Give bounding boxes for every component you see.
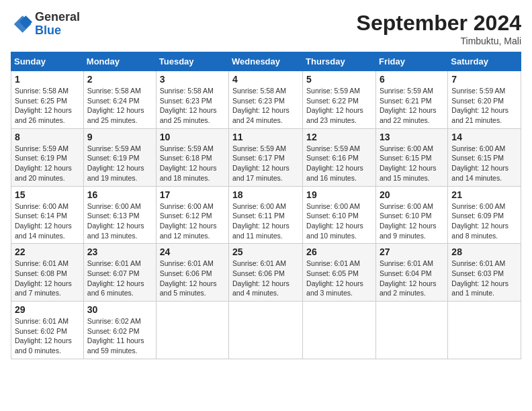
day-info: Sunrise: 5:58 AM Sunset: 6:24 PM Dayligh… [87,86,152,126]
day-number: 5 [306,74,372,85]
day-info: Sunrise: 6:00 AM Sunset: 6:10 PM Dayligh… [306,201,372,241]
logo: General Blue [11,11,80,38]
day-number: 17 [160,189,225,200]
header-monday: Monday [83,52,156,71]
day-info: Sunrise: 6:00 AM Sunset: 6:14 PM Dayligh… [15,201,80,241]
day-number: 2 [87,74,152,85]
day-info: Sunrise: 6:00 AM Sunset: 6:15 PM Dayligh… [380,144,444,183]
day-info: Sunrise: 6:00 AM Sunset: 6:12 PM Dayligh… [160,201,225,241]
calendar-table: SundayMondayTuesdayWednesdayThursdayFrid… [11,52,521,359]
calendar-cell: 7Sunrise: 5:59 AM Sunset: 6:20 PM Daylig… [448,71,521,129]
calendar-cell: 5Sunrise: 5:59 AM Sunset: 6:22 PM Daylig… [303,71,376,129]
day-number: 3 [160,74,225,85]
day-number: 7 [451,74,517,85]
calendar-cell: 30Sunrise: 6:02 AM Sunset: 6:02 PM Dayli… [83,302,156,359]
day-info: Sunrise: 5:59 AM Sunset: 6:17 PM Dayligh… [232,144,299,183]
day-number: 4 [232,74,299,85]
logo-general: General [35,11,80,24]
calendar-cell: 10Sunrise: 5:59 AM Sunset: 6:18 PM Dayli… [156,128,228,186]
calendar-cell: 16Sunrise: 6:00 AM Sunset: 6:13 PM Dayli… [83,186,156,244]
day-number: 25 [232,246,299,257]
calendar-cell: 20Sunrise: 6:00 AM Sunset: 6:10 PM Dayli… [375,186,447,244]
calendar-cell: 25Sunrise: 6:01 AM Sunset: 6:06 PM Dayli… [229,244,303,302]
day-number: 11 [232,132,299,142]
day-info: Sunrise: 6:01 AM Sunset: 6:03 PM Dayligh… [451,259,517,298]
day-info: Sunrise: 6:00 AM Sunset: 6:11 PM Dayligh… [232,201,299,241]
calendar-cell: 14Sunrise: 6:00 AM Sunset: 6:15 PM Dayli… [448,128,521,186]
calendar-cell: 28Sunrise: 6:01 AM Sunset: 6:03 PM Dayli… [448,244,521,302]
day-number: 19 [306,189,372,200]
calendar-cell [448,302,521,359]
day-number: 28 [451,246,517,257]
calendar-cell [229,302,303,359]
day-number: 22 [15,246,80,257]
week-row-4: 22Sunrise: 6:01 AM Sunset: 6:08 PM Dayli… [11,244,521,302]
day-number: 26 [306,246,372,257]
calendar-cell: 26Sunrise: 6:01 AM Sunset: 6:05 PM Dayli… [303,244,376,302]
day-number: 21 [451,189,517,200]
day-info: Sunrise: 5:59 AM Sunset: 6:19 PM Dayligh… [15,144,80,183]
logo-text: General Blue [35,11,80,38]
day-number: 18 [232,189,299,200]
day-info: Sunrise: 5:59 AM Sunset: 6:21 PM Dayligh… [380,86,444,126]
logo-blue: Blue [35,24,80,38]
day-number: 1 [15,74,80,85]
day-number: 24 [160,246,225,257]
day-info: Sunrise: 5:59 AM Sunset: 6:18 PM Dayligh… [160,144,225,183]
header-tuesday: Tuesday [156,52,228,71]
day-number: 16 [87,189,152,200]
day-info: Sunrise: 6:00 AM Sunset: 6:15 PM Dayligh… [451,144,517,183]
header-wednesday: Wednesday [229,52,303,71]
header-saturday: Saturday [448,52,521,71]
title-block: September 2024 Timbuktu, Mali [357,11,521,46]
day-info: Sunrise: 6:01 AM Sunset: 6:04 PM Dayligh… [380,259,444,298]
day-number: 27 [380,246,444,257]
location: Timbuktu, Mali [357,36,521,46]
logo-icon [11,13,32,35]
calendar-cell: 21Sunrise: 6:00 AM Sunset: 6:09 PM Dayli… [448,186,521,244]
day-info: Sunrise: 6:00 AM Sunset: 6:09 PM Dayligh… [451,201,517,241]
day-number: 9 [87,132,152,142]
day-number: 10 [160,132,225,142]
day-info: Sunrise: 6:01 AM Sunset: 6:05 PM Dayligh… [306,259,372,298]
header-row: SundayMondayTuesdayWednesdayThursdayFrid… [11,52,521,71]
calendar-cell: 23Sunrise: 6:01 AM Sunset: 6:07 PM Dayli… [83,244,156,302]
calendar-cell: 13Sunrise: 6:00 AM Sunset: 6:15 PM Dayli… [375,128,447,186]
day-info: Sunrise: 5:59 AM Sunset: 6:22 PM Dayligh… [306,86,372,126]
week-row-5: 29Sunrise: 6:01 AM Sunset: 6:02 PM Dayli… [11,302,521,359]
calendar-header: SundayMondayTuesdayWednesdayThursdayFrid… [11,52,521,71]
calendar-cell: 11Sunrise: 5:59 AM Sunset: 6:17 PM Dayli… [229,128,303,186]
calendar-cell: 19Sunrise: 6:00 AM Sunset: 6:10 PM Dayli… [303,186,376,244]
calendar-cell: 24Sunrise: 6:01 AM Sunset: 6:06 PM Dayli… [156,244,228,302]
week-row-2: 8Sunrise: 5:59 AM Sunset: 6:19 PM Daylig… [11,128,521,186]
day-info: Sunrise: 6:01 AM Sunset: 6:07 PM Dayligh… [87,259,152,298]
calendar-cell: 17Sunrise: 6:00 AM Sunset: 6:12 PM Dayli… [156,186,228,244]
day-info: Sunrise: 5:58 AM Sunset: 6:23 PM Dayligh… [160,86,225,126]
day-info: Sunrise: 5:58 AM Sunset: 6:23 PM Dayligh… [232,86,299,126]
day-info: Sunrise: 6:00 AM Sunset: 6:10 PM Dayligh… [380,201,444,241]
day-number: 20 [380,189,444,200]
calendar-cell: 3Sunrise: 5:58 AM Sunset: 6:23 PM Daylig… [156,71,228,129]
calendar-body: 1Sunrise: 5:58 AM Sunset: 6:25 PM Daylig… [11,71,521,359]
day-number: 13 [380,132,444,142]
calendar-cell: 27Sunrise: 6:01 AM Sunset: 6:04 PM Dayli… [375,244,447,302]
day-number: 30 [87,304,152,315]
calendar-cell: 6Sunrise: 5:59 AM Sunset: 6:21 PM Daylig… [375,71,447,129]
day-info: Sunrise: 5:59 AM Sunset: 6:16 PM Dayligh… [306,144,372,183]
header-friday: Friday [375,52,447,71]
week-row-1: 1Sunrise: 5:58 AM Sunset: 6:25 PM Daylig… [11,71,521,129]
calendar-cell [375,302,447,359]
day-number: 8 [15,132,80,142]
day-number: 15 [15,189,80,200]
page-header: General Blue September 2024 Timbuktu, Ma… [11,11,521,46]
calendar-cell: 12Sunrise: 5:59 AM Sunset: 6:16 PM Dayli… [303,128,376,186]
header-sunday: Sunday [11,52,84,71]
calendar-cell [303,302,376,359]
day-info: Sunrise: 6:01 AM Sunset: 6:08 PM Dayligh… [15,259,80,298]
day-info: Sunrise: 5:58 AM Sunset: 6:25 PM Dayligh… [15,86,80,126]
day-number: 12 [306,132,372,142]
day-number: 6 [380,74,444,85]
calendar-cell: 29Sunrise: 6:01 AM Sunset: 6:02 PM Dayli… [11,302,84,359]
calendar-cell: 22Sunrise: 6:01 AM Sunset: 6:08 PM Dayli… [11,244,84,302]
calendar-cell: 2Sunrise: 5:58 AM Sunset: 6:24 PM Daylig… [83,71,156,129]
